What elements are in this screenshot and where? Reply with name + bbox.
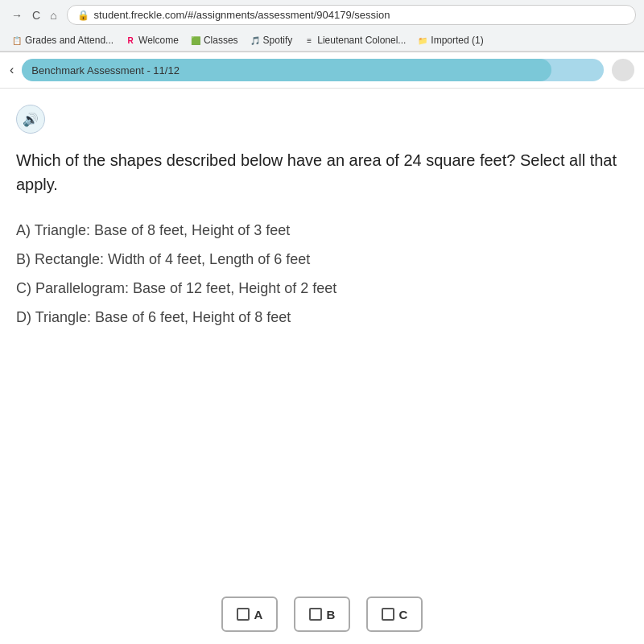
bookmark-grades[interactable]: 📋 Grades and Attend... <box>8 33 117 47</box>
assessment-header: ‹ Benchmark Assessment - 11/12 <box>0 52 644 89</box>
answer-btn-c-label: C <box>399 608 408 621</box>
browser-chrome: → C ⌂ 🔒 student.freckle.com/#/assignment… <box>0 0 644 52</box>
bookmarks-bar: 📋 Grades and Attend... R Welcome 🟩 Class… <box>0 30 644 52</box>
url-text: student.freckle.com/#/assignments/assess… <box>94 9 390 21</box>
bottom-buttons: A B C <box>0 597 644 632</box>
spotify-icon: 🎵 <box>250 35 261 46</box>
lieutenant-icon: ≡ <box>303 35 315 46</box>
choices-list: A) Triangle: Base of 8 feet, Height of 3… <box>16 216 628 332</box>
bookmark-welcome[interactable]: R Welcome <box>122 33 182 47</box>
choice-a: A) Triangle: Base of 8 feet, Height of 3… <box>16 216 628 245</box>
choice-c: C) Parallelogram: Base of 12 feet, Heigh… <box>16 274 628 303</box>
bookmark-imported[interactable]: 📁 Imported (1) <box>414 33 486 47</box>
checkbox-a-icon <box>237 608 250 621</box>
progress-bar-container: Benchmark Assessment - 11/12 <box>22 59 604 81</box>
grades-icon: 📋 <box>11 35 23 46</box>
answer-btn-b[interactable]: B <box>294 597 350 632</box>
choice-d: D) Triangle: Base of 6 feet, Height of 8… <box>16 303 628 332</box>
answer-btn-a[interactable]: A <box>221 597 278 632</box>
answer-btn-c[interactable]: C <box>366 597 423 632</box>
bookmark-spotify-label: Spotify <box>263 35 293 46</box>
page-content: ‹ Benchmark Assessment - 11/12 🔊 Which o… <box>0 52 644 644</box>
back-arrow-btn[interactable]: ‹ <box>10 63 14 77</box>
progress-circle <box>612 59 634 81</box>
reload-button[interactable]: C <box>29 7 43 23</box>
back-button[interactable]: → <box>8 7 26 23</box>
audio-icon: 🔊 <box>23 112 39 127</box>
checkbox-b-icon <box>309 608 322 621</box>
bookmark-lieutenant[interactable]: ≡ Lieutenant Colonel... <box>300 33 409 47</box>
welcome-icon: R <box>125 35 136 46</box>
choice-b: B) Rectangle: Width of 4 feet, Length of… <box>16 245 628 274</box>
bookmark-lieutenant-label: Lieutenant Colonel... <box>317 35 406 46</box>
assessment-title: Benchmark Assessment - 11/12 <box>31 64 180 76</box>
question-area: 🔊 Which of the shapes described below ha… <box>0 89 644 348</box>
bookmark-classes[interactable]: 🟩 Classes <box>187 33 242 47</box>
bookmark-classes-label: Classes <box>204 35 238 46</box>
imported-icon: 📁 <box>417 35 428 46</box>
nav-buttons: → C ⌂ <box>8 7 60 23</box>
bookmark-imported-label: Imported (1) <box>431 35 483 46</box>
audio-button[interactable]: 🔊 <box>16 105 45 134</box>
classes-icon: 🟩 <box>190 35 201 46</box>
question-text: Which of the shapes described below have… <box>16 148 628 196</box>
address-bar[interactable]: 🔒 student.freckle.com/#/assignments/asse… <box>67 5 636 25</box>
lock-icon: 🔒 <box>77 10 89 21</box>
home-button[interactable]: ⌂ <box>47 7 60 23</box>
browser-toolbar: → C ⌂ 🔒 student.freckle.com/#/assignment… <box>0 0 644 30</box>
answer-btn-b-label: B <box>327 608 336 621</box>
bookmark-spotify[interactable]: 🎵 Spotify <box>246 33 296 47</box>
answer-btn-a-label: A <box>254 608 263 621</box>
bookmark-grades-label: Grades and Attend... <box>25 35 114 46</box>
checkbox-c-icon <box>382 608 394 621</box>
bookmark-welcome-label: Welcome <box>138 35 179 46</box>
